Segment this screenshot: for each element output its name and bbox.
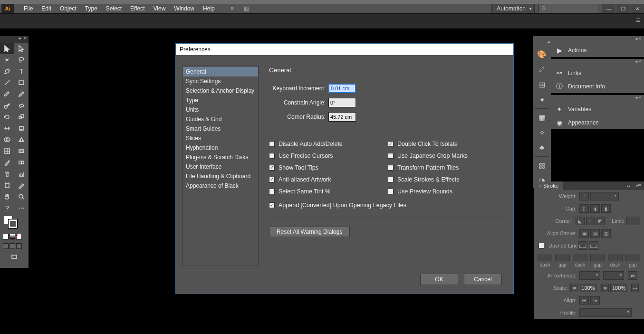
brush-tool[interactable] [0,88,14,100]
weight-select[interactable] [590,192,619,200]
menu-window[interactable]: Window [170,4,199,13]
corner-bevel[interactable]: ◤ [596,217,605,225]
checkbox-use-precise-cursors[interactable]: Use Precise Cursors [269,150,388,162]
dash-field[interactable] [608,254,623,261]
grid-icon[interactable]: ▦ [243,5,250,12]
scale-link-icon[interactable]: ⊶ [631,284,639,292]
checkbox-use-japanese-crop-marks[interactable]: Use Japanese Crop Marks [388,150,507,162]
menu-effect[interactable]: Effect [126,4,149,13]
mesh-tool[interactable] [0,145,14,157]
graph-tool[interactable] [14,168,29,180]
constrain-input[interactable] [328,98,356,107]
workspace-dropdown[interactable]: Automation [491,4,535,13]
scale1-field[interactable]: 100% [580,284,596,292]
checkbox-disable-auto-add-delete[interactable]: Disable Auto Add/Delete [269,138,388,150]
color-swatch[interactable] [3,234,9,239]
fill-stroke-swap[interactable] [0,216,29,225]
category-sync-settings[interactable]: Sync Settings [183,76,258,86]
color-panel-icon[interactable]: 🎨 [533,47,551,62]
maximize-button[interactable]: ❐ [616,4,630,13]
styles-panel-icon[interactable]: ♣ [533,140,551,155]
gradient-swatch[interactable] [10,234,15,239]
swatch-panel-icon[interactable]: ⊞ [533,77,551,92]
checkbox-use-preview-bounds[interactable]: Use Preview Bounds [388,185,507,197]
menu-view[interactable]: View [149,4,170,13]
pen-tool[interactable] [0,66,14,77]
type-tool[interactable]: T [14,66,29,77]
search-box[interactable] [538,4,598,13]
symbols-panel-icon[interactable]: ✦ [533,92,551,107]
appearance-panel[interactable]: ◉Appearance [551,116,644,129]
bridge-icon[interactable]: Br [227,5,239,12]
none-swatch[interactable]: ⁄ [16,234,22,239]
arrow-end[interactable] [603,271,624,280]
scale1-stepper[interactable]: ≑ [570,284,578,292]
docinfo-panel[interactable]: ⓘDocument Info [551,80,644,93]
corner-radius-input[interactable] [328,112,356,122]
weight-stepper[interactable]: ≑ [579,192,589,200]
cap-butt[interactable]: ▯ [579,204,589,213]
actions-panel[interactable]: ▶Actions [551,44,644,57]
reset-warnings-button[interactable]: Reset All Warning Dialogs [269,227,350,237]
menu-type[interactable]: Type [81,4,102,13]
category-user-interface[interactable]: User Interface [183,162,258,172]
panel-group-header[interactable] [551,59,644,67]
draw-inside[interactable] [16,243,22,249]
control-bar-menu-icon[interactable]: ☰ [636,18,640,23]
scale-tool[interactable] [14,111,29,123]
screen-mode[interactable] [0,251,29,263]
profile-select[interactable] [579,308,632,317]
align-center[interactable]: ▣ [579,229,589,238]
perspective-tool[interactable] [14,134,29,145]
align-outside[interactable]: ▥ [601,229,611,238]
category-appearance-of-black[interactable]: Appearance of Black [183,181,258,191]
symbol-spray-tool[interactable] [0,168,14,180]
arrow-swap[interactable]: ⇄ [628,271,637,280]
dash-field[interactable] [555,254,570,261]
selection-tool[interactable] [0,43,14,54]
cap-round[interactable]: ◖ [590,204,600,213]
stroke-menu-icon[interactable]: ▾☰ [633,184,644,188]
pencil-tool[interactable] [14,88,29,100]
checkbox-anti-aliased-artwork[interactable]: ✓Anti-aliased Artwork [269,173,388,185]
draw-normal[interactable] [3,243,9,249]
links-panel[interactable]: ⚯Links [551,67,644,80]
corner-round[interactable]: ◜ [586,217,595,225]
checkbox-append-converted-upon-opening-legacy-files[interactable]: ✓Append [Converted] Upon Opening Legacy … [269,199,406,211]
rectangle-tool[interactable] [14,77,29,88]
category-general[interactable]: General [183,67,258,76]
checkbox-scale-strokes-effects[interactable]: Scale Strokes & Effects [388,173,507,185]
panel-group-header[interactable] [551,36,644,44]
panel-group-header[interactable] [551,95,644,103]
category-hyphenation[interactable]: Hyphenation [183,143,258,153]
right-dock-header[interactable] [533,39,551,47]
scale2-stepper[interactable]: ≑ [601,284,609,292]
minimize-button[interactable]: — [602,4,615,13]
width-tool[interactable] [0,123,14,134]
dash-field[interactable] [573,254,587,261]
grid-panel-icon[interactable]: ▦ [533,110,551,125]
shape-builder-tool[interactable] [0,134,14,145]
scale2-field[interactable]: 100% [610,284,627,292]
menu-object[interactable]: Object [56,4,81,13]
dashed-checkbox[interactable] [538,243,544,248]
category-plug-ins-scratch-disks[interactable]: Plug-ins & Scratch Disks [183,153,258,162]
artboard-tool[interactable] [0,180,14,191]
draw-behind[interactable] [10,243,15,249]
checkbox-transform-pattern-tiles[interactable]: Transform Pattern Tiles [388,162,507,173]
eyedropper-tool[interactable] [0,157,14,168]
keyboard-inc-input[interactable] [328,84,356,93]
blend-tool[interactable] [14,157,29,168]
toggle-tool[interactable]: ⋯ [14,202,29,214]
cap-square[interactable]: ▮ [601,204,611,213]
corner-miter[interactable]: ◣ [576,217,584,225]
category-units[interactable]: Units [183,105,258,115]
menu-edit[interactable]: Edit [37,4,56,13]
cancel-button[interactable]: Cancel [464,274,502,285]
warp-tool[interactable] [14,123,29,134]
dash-align[interactable]: ⊏⊐ [589,241,598,250]
menu-select[interactable]: Select [102,4,126,13]
brush-panel-icon[interactable] [533,62,551,77]
dash-preserve[interactable]: ⊏⊐ [578,241,587,250]
dash-field[interactable] [590,254,605,261]
